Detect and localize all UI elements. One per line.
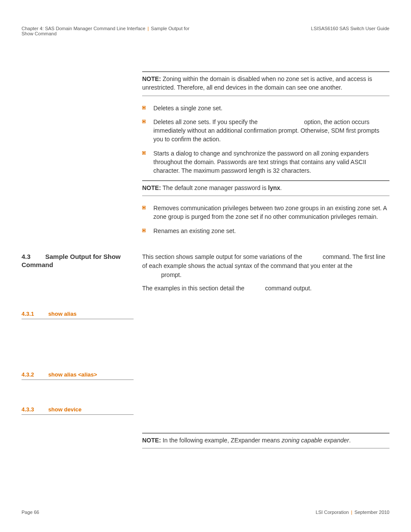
section-para-2: The examples in this section detail the … <box>142 284 389 293</box>
footer-corp: LSI Corporation <box>316 510 349 515</box>
note-italic-term: zoning capable expander <box>282 437 349 444</box>
bullet-icon <box>142 120 146 123</box>
bullet-text-part: Deletes all zone sets. If you specify th… <box>153 118 259 125</box>
note-password-value: lynx <box>268 184 280 191</box>
section-number: 4.3 <box>22 252 45 261</box>
header-doc-title: LSISAS6160 SAS Switch User Guide <box>311 26 389 36</box>
bullet-icon <box>142 206 146 209</box>
header-left: Chapter 4: SAS Domain Manager Command Li… <box>22 26 194 36</box>
subsection-title: show device <box>48 406 81 413</box>
section-heading-left: 4.3Sample Output for Show Command <box>22 252 142 269</box>
bullet-text: Deletes all zone sets. If you specify th… <box>153 118 389 144</box>
subsection-4-3-1: 4.3.1 show alias <box>22 310 134 319</box>
subsection-4-3-2: 4.3.2 show alias <alias> <box>22 371 134 380</box>
footer-page-number: Page 66 <box>22 510 39 515</box>
right-column: NOTE: In the following example, ZExpande… <box>142 428 389 456</box>
note-text-part: The default zone manager password is <box>162 184 268 191</box>
note-label: NOTE: <box>142 437 161 444</box>
para-text: prompt. <box>161 271 181 278</box>
note-text-part: . <box>280 184 282 191</box>
page-container: Chapter 4: SAS Domain Manager Command Li… <box>0 0 411 532</box>
bullet-icon <box>142 106 146 109</box>
bullet-text: Removes communication privileges between… <box>153 204 389 221</box>
left-column-spacer <box>22 428 142 456</box>
note-zoning-disabled: NOTE: Zoning within the domain is disabl… <box>142 72 389 96</box>
right-column: NOTE: Zoning within the domain is disabl… <box>142 66 389 235</box>
left-column <box>22 66 142 235</box>
note-default-password: NOTE: The default zone manager password … <box>142 180 389 196</box>
section-heading: 4.3Sample Output for Show Command <box>22 252 134 269</box>
bullet-text: Deletes a single zone set. <box>153 104 389 112</box>
footer-divider-icon: | <box>350 510 353 515</box>
bullet-text: Starts a dialog to change and synchroniz… <box>153 149 389 175</box>
footer-date: September 2010 <box>355 510 389 515</box>
section-para-1: This section shows sample output for som… <box>142 252 389 280</box>
page-header: Chapter 4: SAS Domain Manager Command Li… <box>22 26 389 36</box>
bullet-text: Renames an existing zone set. <box>153 227 389 235</box>
para-text: This section shows sample output for som… <box>142 253 304 260</box>
subsection-title: show alias <box>48 311 77 317</box>
note-text-part: . <box>349 437 351 444</box>
bullet-icon <box>142 151 146 155</box>
section-body: This section shows sample output for som… <box>142 252 389 297</box>
header-divider-icon: | <box>146 26 149 31</box>
note-text-part: In the following example, ZExpander mean… <box>162 437 281 444</box>
section-4-3-row: 4.3Sample Output for Show Command This s… <box>22 252 389 297</box>
header-chapter: Chapter 4: SAS Domain Manager Command Li… <box>22 26 145 31</box>
bullet-icon <box>142 229 146 232</box>
bullet-remove-privileges: Removes communication privileges between… <box>142 204 389 221</box>
note-text: Zoning within the domain is disabled whe… <box>142 75 372 91</box>
bullet-delete-single: Deletes a single zone set. <box>142 104 389 112</box>
footer-right: LSI Corporation | September 2010 <box>316 510 389 515</box>
note-label: NOTE: <box>142 184 161 191</box>
para-text: The examples in this section detail the <box>142 285 246 292</box>
subsection-number: 4.3.2 <box>22 371 47 378</box>
subsection-number: 4.3.3 <box>22 406 47 413</box>
subsection-number: 4.3.1 <box>22 311 47 317</box>
bullet-delete-all: Deletes all zone sets. If you specify th… <box>142 118 389 144</box>
para-text: command output. <box>265 285 311 292</box>
note-label: NOTE: <box>142 75 161 82</box>
subsection-title: show alias <alias> <box>48 371 97 378</box>
subsection-4-3-3: 4.3.3 show device <box>22 406 134 415</box>
bullet-password: Starts a dialog to change and synchroniz… <box>142 149 389 175</box>
page-footer: Page 66 LSI Corporation | September 2010 <box>22 510 389 515</box>
note-row-zexpander: NOTE: In the following example, ZExpande… <box>22 428 389 456</box>
note-zexpander: NOTE: In the following example, ZExpande… <box>142 433 389 448</box>
bullet-rename: Renames an existing zone set. <box>142 227 389 235</box>
content-columns: NOTE: Zoning within the domain is disabl… <box>22 66 389 235</box>
